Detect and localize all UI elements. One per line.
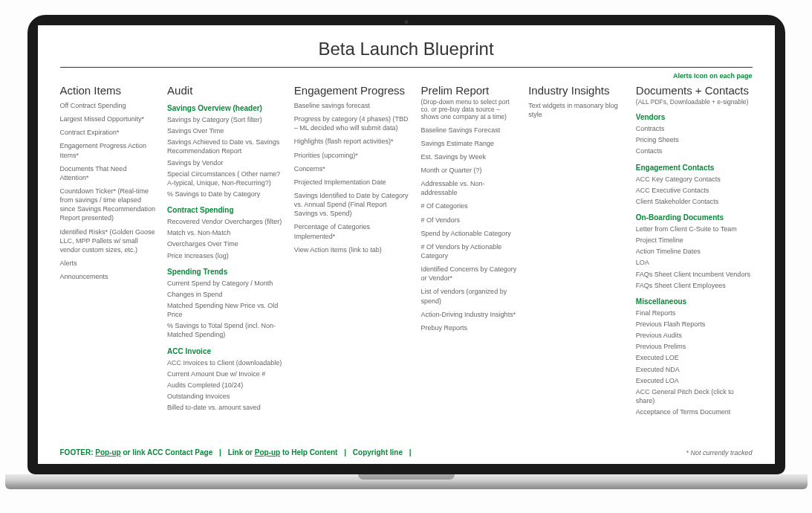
footer-text: or link ACC Contact Page	[121, 448, 213, 456]
list-item: View Action Items (link to tab)	[294, 245, 411, 254]
footer-popup-link[interactable]: Pop-up	[255, 448, 280, 456]
list-item: Projected Implementation Date	[294, 178, 411, 187]
list-item: List of vendors (organized by spend)	[421, 287, 519, 305]
list-item: Previous Prelims	[636, 342, 753, 351]
list-item: Match vs. Non-Match	[167, 228, 284, 237]
col-title-prelim: Prelim Report	[421, 84, 519, 97]
list-item: Priorities (upcoming)*	[294, 151, 411, 160]
col-title-audit: Audit	[167, 84, 284, 97]
list-item: Spend by Actionable Category	[421, 229, 519, 238]
screen-bezel: Beta Launch Blueprint Alerts Icon on eac…	[27, 15, 785, 474]
list-item: Est. Savings by Week	[421, 152, 519, 161]
list-item: Savings Estimate Range	[421, 139, 519, 148]
list-item: Current Spend by Category / Month	[167, 279, 284, 288]
section-heading: Savings Overview (header)	[167, 104, 284, 112]
list-item: Savings Achieved to Date vs. Savings Rec…	[167, 138, 284, 155]
section-heading: Vendors	[636, 113, 753, 121]
list-item: Addressable vs. Non-addressable	[421, 179, 519, 197]
list-item: ACC Invoices to Client (downloadable)	[167, 358, 284, 367]
col-audit: Audit Savings Overview (header) Savings …	[167, 84, 284, 438]
list-item: Letter from Client C-Suite to Team	[636, 225, 753, 233]
list-item: Project Timeline	[636, 236, 753, 245]
list-item: Executed LOA	[636, 376, 753, 385]
section-heading: Contract Spending	[167, 206, 284, 214]
list-item: Recovered Vendor Overcharges (filter)	[167, 217, 284, 226]
section-heading: Miscellaneous	[636, 297, 753, 306]
list-item: Contract Expiration*	[60, 128, 157, 137]
list-item: Savings by Vendor	[167, 158, 284, 167]
footer: FOOTER: Pop-up or link ACC Contact Page …	[38, 438, 775, 464]
list-item: FAQs Sheet Client Incumbent Vendors	[636, 270, 753, 279]
list-item: Announcements	[60, 272, 157, 281]
list-item: FAQs Sheet Client Employees	[636, 281, 753, 290]
section-heading: Engagement Contacts	[636, 164, 753, 172]
footer-left: FOOTER: Pop-up or link ACC Contact Page …	[60, 448, 416, 456]
list-item: Changes in Spend	[167, 290, 284, 299]
col-industry: Industry Insights Text widgets in masona…	[528, 84, 626, 438]
section-heading: On-Boarding Documents	[636, 213, 753, 222]
camera-icon	[404, 20, 408, 24]
list-item: % Savings to Date by Category	[167, 190, 284, 199]
list-item: Action-Driving Industry Insights*	[421, 310, 519, 319]
list-item: Savings Identified to Date by Category v…	[294, 191, 411, 218]
page-title: Beta Launch Blueprint	[38, 25, 775, 67]
prelim-note: (Drop-down menu to select port co. or pr…	[421, 98, 519, 121]
col-documents: Documents + Contacts (ALL PDFs, Download…	[636, 84, 753, 438]
list-item: Identified Concerns by Category or Vendo…	[421, 265, 519, 283]
col-title-industry: Industry Insights	[528, 84, 626, 97]
list-item: Current Amount Due w/ Invoice #	[167, 370, 284, 378]
list-item: Overcharges Over Time	[167, 239, 284, 248]
list-item: Identified Risks* (Golden Goose LLC, MPP…	[60, 228, 157, 254]
list-item: Price Increases (log)	[167, 251, 284, 260]
col-title-action-items: Action Items	[60, 84, 157, 97]
footer-prefix: FOOTER:	[60, 448, 96, 456]
laptop-mockup: Beta Launch Blueprint Alerts Icon on eac…	[27, 15, 785, 489]
col-prelim: Prelim Report (Drop-down menu to select …	[421, 84, 519, 438]
list-item: Audits Completed (10/24)	[167, 381, 284, 390]
list-item: Executed NDA	[636, 365, 753, 374]
list-item: Baseline Savings Forecast	[421, 126, 519, 135]
list-item: # Of Vendors	[421, 216, 519, 225]
footer-popup-link[interactable]: Pop-up	[95, 448, 120, 456]
list-item: # Of Vendors by Actionable Category	[421, 242, 519, 260]
list-item: Previous Flash Reports	[636, 320, 753, 329]
list-item: Largest Missed Opportunity*	[60, 114, 157, 123]
list-item: Matched Spending New Price vs. Old Price	[167, 301, 284, 319]
footer-text: Link or	[228, 448, 255, 456]
list-item: Contacts	[636, 146, 753, 155]
list-item: Documents That Need Attention*	[60, 164, 157, 182]
list-item: Special Circumstances ( Other name? A-ty…	[167, 170, 284, 187]
list-item: Percentage of Categories Implemented*	[294, 222, 411, 240]
laptop-base	[5, 474, 808, 489]
list-item: Prebuy Reports	[421, 323, 519, 332]
list-item: Outstanding Invoices	[167, 392, 284, 401]
list-item: ACC Key Category Contacts	[636, 175, 753, 184]
list-item: ACC General Pitch Deck (click to share)	[636, 387, 753, 405]
list-item: Action Timeline Dates	[636, 247, 753, 256]
list-item: Highlights (flash report activities)*	[294, 137, 411, 146]
col-action-items: Action Items Off Contract Spending Large…	[60, 84, 157, 438]
list-item: Engagement Progress Action Items*	[60, 141, 157, 159]
documents-note: (ALL PDFs, Downloadable + e-signable)	[636, 98, 753, 106]
list-item: Concerns*	[294, 164, 411, 173]
list-item: LOA	[636, 258, 753, 267]
footer-text: to Help Content	[280, 448, 337, 456]
list-item: % Savings to Total Spend (incl. Non-Matc…	[167, 321, 284, 339]
list-item: Text widgets in masonary blog style	[528, 101, 626, 119]
alerts-note: Alerts Icon on each page	[38, 72, 775, 84]
columns-container: Action Items Off Contract Spending Large…	[38, 84, 775, 438]
list-item: Countdown Ticker* (Real-time from saving…	[60, 187, 157, 223]
footer-copyright: Copyright line	[353, 448, 403, 456]
list-item: Acceptance of Terms Document	[636, 407, 753, 416]
list-item: Alerts	[60, 259, 157, 268]
list-item: Off Contract Spending	[60, 101, 157, 110]
footer-separator: |	[215, 448, 226, 456]
list-item: # Of Categories	[421, 201, 519, 210]
list-item: Progress by category (4 phases) (TBD – M…	[294, 114, 411, 132]
footer-legend: * Not currently tracked	[686, 449, 752, 456]
footer-separator: |	[340, 448, 351, 456]
section-heading: ACC Invoice	[167, 347, 284, 355]
list-item: Savings by Category (Sort filter)	[167, 115, 284, 124]
screen-content: Beta Launch Blueprint Alerts Icon on eac…	[38, 25, 775, 464]
list-item: Contracts	[636, 124, 753, 133]
